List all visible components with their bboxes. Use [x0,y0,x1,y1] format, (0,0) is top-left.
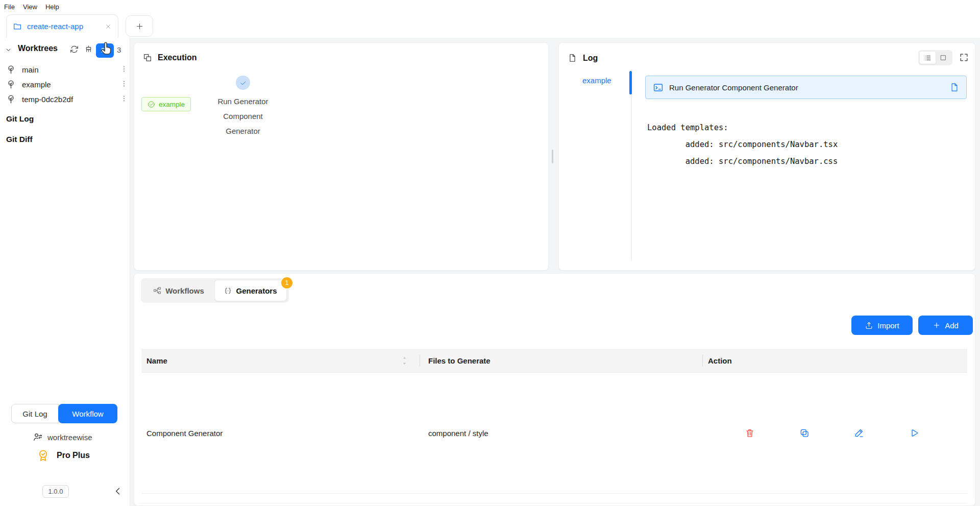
collapse-sidebar-button[interactable] [113,485,123,497]
column-divider [702,355,703,367]
file-icon [950,82,959,92]
tab-bar: create-react-app [0,13,980,38]
tab-generators-label: Generators [236,286,277,295]
plus-icon [933,321,941,329]
workflow-icon [153,286,161,295]
user-switch-icon [33,432,43,442]
log-header: Log [568,53,598,63]
run-icon[interactable] [909,428,919,438]
log-entry-title: Run Generator Component Generator [669,83,950,92]
check-icon [239,79,247,87]
sorter-icon [401,356,408,366]
worktree-name: main [22,65,120,74]
table-row[interactable]: Component Generator component / style [141,373,967,494]
close-icon[interactable] [105,23,112,30]
cell-files: component / style [420,429,703,438]
toggle-git-log-button[interactable]: Git Log [11,404,59,423]
fullscreen-button[interactable] [959,53,969,62]
toggle-workflow-label: Workflow [72,409,103,418]
chevron-down-icon[interactable] [5,46,12,54]
kebab-menu-icon[interactable] [120,64,128,76]
medal-icon [36,448,50,464]
cursor-pointer [99,41,113,58]
menu-item-help[interactable]: Help [41,1,63,13]
column-label: Action [708,356,732,365]
list-view-button[interactable] [920,52,936,64]
tab-workflows[interactable]: Workflows [143,280,214,301]
edit-icon[interactable] [854,428,864,438]
log-view-segmented [918,50,952,65]
panel-resize-handle[interactable] [552,150,553,163]
worktree-item-example[interactable]: example [0,77,130,92]
sidebar-item-git-log[interactable]: Git Log [6,114,34,124]
worktree-name: example [22,80,120,89]
kebab-menu-icon[interactable] [120,94,128,105]
kebab-menu-icon[interactable] [120,79,128,90]
execution-node-badge[interactable]: example [141,97,191,111]
copy-icon[interactable] [799,428,810,438]
folder-icon [13,22,22,31]
refresh-icon[interactable] [70,45,79,54]
plan-name: Pro Plus [57,451,90,460]
add-button[interactable]: Add [918,316,973,335]
log-nav-divider [631,69,632,261]
node-status-circle [236,76,250,90]
worktree-item-main[interactable]: main [0,62,130,77]
node-label-line: Component [200,109,286,124]
generator-name: Component Generator [146,429,223,438]
table-bottom-border [141,503,967,503]
version-label: 1.0.0 [48,488,63,495]
execution-panel: Execution example Run Generator Componen… [134,42,549,271]
execution-node[interactable]: Run Generator Component Generator [200,74,286,181]
panel-view-button[interactable] [936,52,951,64]
plus-icon [135,22,144,31]
tree-icon [6,94,16,104]
tab-generators[interactable]: Generators [214,280,287,301]
log-output-line: added: src/components/Navbar.css [647,153,838,170]
log-nav-item-example[interactable]: example [582,76,611,85]
generators-panel: Workflows Generators 1 Import [134,273,975,506]
tab-label: create-react-app [27,22,105,31]
log-panel: Log example Run Genera [558,42,975,271]
log-entry[interactable]: Run Generator Component Generator [645,76,967,99]
import-button[interactable]: Import [851,316,913,335]
tab-create-react-app[interactable]: create-react-app [6,14,118,38]
log-output-line: Loaded templates: [647,119,838,136]
worktree-item-temp[interactable]: temp-0dc2b2df [0,92,130,107]
menu-item-view[interactable]: View [19,1,41,13]
delete-icon[interactable] [745,428,755,438]
blocks-icon [143,53,152,62]
tree-icon [6,65,16,75]
clean-icon[interactable] [84,45,93,54]
upload-icon [865,321,873,330]
tab-workflows-label: Workflows [165,286,204,295]
worktree-count: 3 [117,45,121,54]
toggle-git-log-label: Git Log [22,409,47,418]
table-header: Name Files to Generate Action [141,349,967,373]
menu-item-file[interactable]: File [0,1,19,13]
column-label: Name [146,356,401,365]
square-icon [940,54,947,61]
execution-title: Execution [158,53,197,62]
tree-icon [6,80,16,89]
list-icon [924,54,932,62]
plan-row: Pro Plus [36,447,90,464]
table-header-name[interactable]: Name [141,349,420,372]
toggle-workflow-button[interactable]: Workflow [58,404,117,423]
sidebar: Worktrees 3 ma [0,38,130,506]
new-tab-button[interactable] [126,15,153,37]
brand-row: worktreewise [33,431,92,443]
cell-name: Component Generator [141,429,420,438]
generators-count-badge: 1 [281,277,292,288]
menu-bar: File View Help [0,0,980,13]
log-nav-ink-bar [629,71,632,94]
file-icon [568,53,577,63]
node-label-line: Run Generator [200,94,286,109]
table-header-action: Action [703,349,967,372]
node-label-line: Generator [200,124,286,138]
cell-actions [703,428,967,438]
sidebar-item-git-diff[interactable]: Git Diff [6,135,33,144]
terminal-icon [653,82,664,93]
import-label: Import [877,321,899,330]
worktree-name: temp-0dc2b2df [22,95,120,104]
